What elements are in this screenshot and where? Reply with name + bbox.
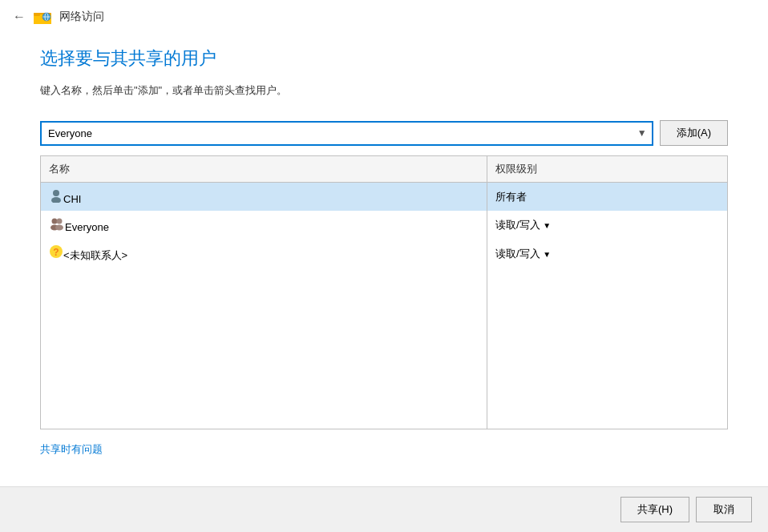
folder-icon (34, 10, 51, 24)
table-row[interactable]: CHI 所有者 (41, 183, 728, 212)
svg-point-8 (51, 197, 61, 203)
cell-name: Everyone (41, 211, 487, 239)
user-single-icon (49, 188, 63, 203)
cell-name: CHI (41, 183, 487, 212)
svg-point-9 (52, 219, 58, 224)
window-title: 网络访问 (59, 10, 104, 24)
svg-text:?: ? (53, 247, 59, 258)
user-dropdown[interactable]: Everyone Administrator Guest (40, 121, 653, 146)
svg-rect-2 (34, 13, 40, 16)
table-header-row: 名称 权限级别 (41, 156, 728, 183)
cell-permission[interactable]: 读取/写入 ▼ (487, 211, 728, 239)
bottom-bar: 共享(H) 取消 (0, 486, 768, 532)
col-permission-header: 权限级别 (487, 156, 728, 183)
trouble-link[interactable]: 共享时有问题 (40, 443, 103, 455)
table-empty-space (41, 268, 728, 429)
cell-name: ? <未知联系人> (41, 239, 487, 268)
title-bar: ← 网络访问 (0, 0, 768, 30)
cancel-button[interactable]: 取消 (696, 497, 752, 522)
page-heading: 选择要与其共享的用户 (40, 46, 728, 71)
col-name-header: 名称 (41, 156, 487, 183)
cell-permission[interactable]: 读取/写入 ▼ (487, 239, 728, 268)
user-input-row: Everyone Administrator Guest ▼ 添加(A) (40, 120, 728, 146)
user-select-wrapper: Everyone Administrator Guest ▼ (40, 121, 653, 146)
share-button[interactable]: 共享(H) (620, 497, 689, 522)
svg-point-11 (57, 219, 63, 224)
description-text: 键入名称，然后单击"添加"，或者单击箭头查找用户。 (40, 83, 728, 98)
unknown-user-icon: ? (49, 244, 63, 259)
cell-permission: 所有者 (487, 183, 728, 212)
user-table: 名称 权限级别 CHI 所有者 Everyone 读取/写入 ▼ (40, 155, 728, 429)
main-content: 选择要与其共享的用户 键入名称，然后单击"添加"，或者单击箭头查找用户。 Eve… (0, 30, 768, 473)
back-button[interactable]: ← (13, 10, 26, 24)
svg-point-7 (53, 190, 59, 196)
add-button[interactable]: 添加(A) (660, 120, 728, 146)
table-row[interactable]: Everyone 读取/写入 ▼ (41, 211, 728, 239)
svg-point-12 (55, 225, 63, 231)
user-group-icon (49, 216, 65, 231)
table-row[interactable]: ? <未知联系人> 读取/写入 ▼ (41, 239, 728, 268)
